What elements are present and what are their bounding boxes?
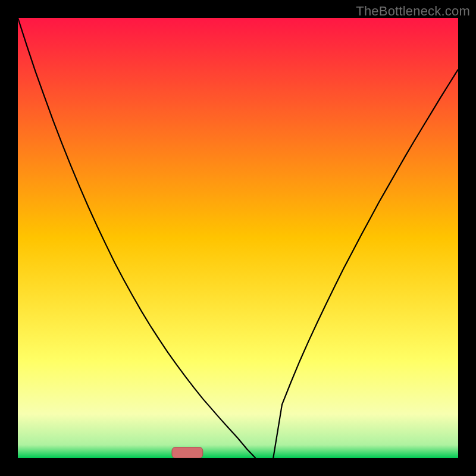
optimal-marker xyxy=(172,447,203,459)
gradient-background xyxy=(18,18,458,458)
chart-frame: TheBottleneck.com xyxy=(0,0,476,476)
plot-area xyxy=(18,18,458,458)
chart-svg xyxy=(18,18,458,458)
watermark-text: TheBottleneck.com xyxy=(356,4,470,19)
